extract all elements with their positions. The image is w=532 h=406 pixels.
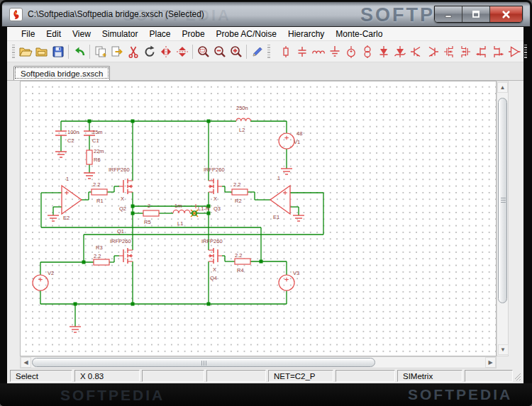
component-L1[interactable] — [173, 210, 190, 213]
menu-item-place[interactable]: Place — [144, 28, 177, 40]
zener-diode-icon[interactable] — [392, 43, 408, 60]
vertical-scrollbar[interactable]: ▲ ▼ — [497, 81, 509, 356]
paste-icon[interactable] — [109, 43, 125, 60]
pnp-transistor-icon[interactable] — [424, 43, 440, 60]
open-folder-icon[interactable] — [33, 43, 50, 60]
menu-bar: FileEditViewSimulatorPlaceProbeProbe AC/… — [7, 27, 523, 41]
component-Q4[interactable] — [209, 248, 222, 264]
component-E1[interactable] — [270, 186, 290, 214]
component-label: V2 — [48, 270, 54, 276]
toolbar-grip[interactable] — [12, 45, 15, 59]
ground-symbol[interactable] — [48, 215, 59, 221]
voltage-source-icon[interactable] — [343, 43, 359, 60]
inductor-icon[interactable] — [310, 43, 326, 60]
maximize-button[interactable] — [462, 6, 490, 22]
ground-icon[interactable] — [326, 43, 343, 60]
wire-junction — [131, 120, 135, 123]
schematic-canvas[interactable]: 100nC215mC122mR6IRFP260IRFP260IRFP260IRF… — [20, 81, 497, 356]
vertical-scroll-thumb[interactable] — [498, 98, 507, 303]
npn-transistor-icon[interactable] — [408, 43, 424, 60]
component-label: 15m — [92, 129, 103, 135]
ground-symbol[interactable] — [281, 169, 292, 174]
component-E2[interactable] — [62, 186, 82, 214]
menu-item-probe-ac-noise[interactable]: Probe AC/Noise — [211, 28, 282, 40]
component-Q3[interactable] — [209, 179, 222, 194]
scroll-left-button[interactable]: ◀ — [21, 357, 31, 368]
component-R6[interactable] — [87, 150, 92, 164]
horizontal-scrollbar[interactable]: ◀ ▶ — [20, 356, 497, 368]
zoom-out-icon[interactable] — [211, 43, 228, 60]
zoom-in-icon[interactable] — [228, 43, 244, 60]
component-R1[interactable] — [92, 189, 107, 195]
horizontal-scroll-thumb[interactable] — [32, 358, 375, 367]
component-Q1[interactable] — [119, 248, 133, 264]
title-bar[interactable]: SOFTPEDIA SOFTPEDIA C:\Softpedia\Softped… — [1, 1, 531, 27]
component-V2[interactable] — [33, 275, 48, 291]
capacitor-icon[interactable] — [294, 43, 310, 60]
scroll-down-button[interactable]: ▼ — [498, 344, 509, 355]
menu-item-hierarchy[interactable]: Hierarchy — [282, 28, 330, 40]
ground-symbol[interactable] — [70, 327, 81, 332]
client-area: FileEditViewSimulatorPlaceProbeProbe AC/… — [7, 27, 523, 383]
menu-item-simulator[interactable]: Simulator — [96, 28, 144, 40]
resistor-icon[interactable] — [277, 43, 294, 60]
component-Q2[interactable] — [119, 179, 133, 194]
tab-schematic[interactable]: Softpedia bridge.sxsch — [13, 66, 110, 80]
diode-icon[interactable] — [375, 43, 392, 60]
status-segment-select: Select — [10, 370, 72, 382]
component-label: 1 — [66, 176, 69, 182]
rotate-icon[interactable] — [141, 43, 157, 60]
toolbar-grip[interactable] — [524, 45, 527, 59]
wire-pencil-icon[interactable] — [249, 43, 265, 60]
component-label: 250n — [236, 105, 248, 111]
pmos-icon[interactable] — [457, 43, 473, 60]
component-label: L1 — [177, 220, 183, 227]
mirror-horizontal-icon[interactable] — [174, 43, 190, 60]
window-resize-grip[interactable] — [515, 371, 521, 380]
scroll-track[interactable] — [375, 357, 485, 368]
status-segment-5 — [336, 370, 395, 382]
toolbar-separator — [68, 45, 69, 59]
window-controls — [434, 6, 523, 23]
scroll-up-button[interactable]: ▲ — [497, 82, 508, 93]
net-name-label: L1-N — [198, 205, 209, 212]
copy-icon[interactable] — [92, 43, 109, 60]
ground-symbol[interactable] — [55, 152, 67, 157]
toolbar-grip[interactable] — [267, 45, 270, 59]
ground-symbol[interactable] — [84, 173, 95, 179]
component-label: C1 — [92, 137, 99, 144]
component-label: 48 — [297, 130, 302, 137]
menu-item-edit[interactable]: Edit — [40, 28, 67, 40]
ground-symbol[interactable] — [293, 215, 304, 221]
open-icon[interactable] — [17, 43, 33, 60]
menu-item-view[interactable]: View — [67, 28, 96, 40]
save-icon[interactable] — [50, 43, 66, 60]
zoom-area-icon[interactable] — [195, 43, 211, 60]
component-R2[interactable] — [232, 189, 248, 195]
component-L2[interactable] — [236, 118, 250, 121]
pjfet-icon[interactable] — [489, 43, 506, 60]
component-R3[interactable] — [94, 259, 109, 265]
nmos-icon[interactable] — [440, 43, 457, 60]
component-label: 1m — [174, 203, 182, 209]
menu-item-file[interactable]: File — [16, 28, 40, 40]
minimize-button[interactable] — [435, 6, 462, 22]
undo-icon[interactable] — [71, 43, 87, 60]
component-C2[interactable] — [55, 131, 67, 135]
njfet-icon[interactable] — [473, 43, 489, 60]
component-V3[interactable] — [279, 275, 294, 291]
component-label: 2.2 — [235, 252, 242, 259]
component-label: X — [213, 266, 216, 273]
menu-item-probe[interactable]: Probe — [177, 28, 211, 40]
component-label: 22m — [94, 148, 104, 154]
component-R4[interactable] — [235, 259, 250, 264]
buffer-icon[interactable] — [506, 43, 522, 60]
close-button[interactable] — [490, 6, 522, 22]
mirror-vertical-icon[interactable] — [157, 43, 174, 60]
component-V1[interactable] — [279, 133, 294, 149]
component-R5[interactable] — [143, 210, 159, 216]
scroll-right-button[interactable]: ▶ — [485, 357, 496, 368]
cut-icon[interactable] — [125, 43, 141, 60]
menu-item-monte-carlo[interactable]: Monte-Carlo — [330, 28, 388, 40]
current-source-icon[interactable] — [359, 43, 375, 60]
